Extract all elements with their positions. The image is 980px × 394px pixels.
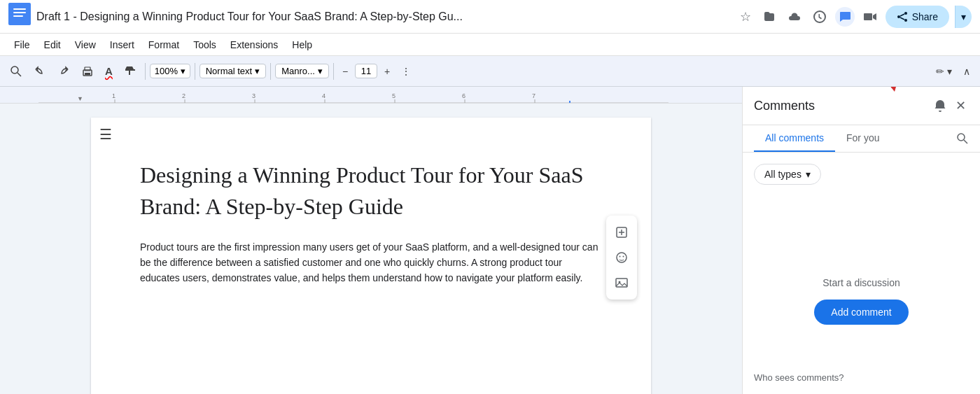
share-dropdown-button[interactable]: ▾	[955, 6, 972, 28]
font-select[interactable]: Manro... ▾	[275, 64, 329, 78]
svg-point-38	[620, 256, 621, 258]
svg-point-10	[11, 66, 18, 73]
document-body: Product tours are the first impression m…	[140, 239, 602, 286]
svg-text:1: 1	[112, 92, 115, 99]
svg-rect-14	[85, 73, 90, 75]
menu-insert[interactable]: Insert	[104, 36, 140, 53]
menu-format[interactable]: Format	[143, 36, 185, 53]
font-size-increase-button[interactable]: +	[380, 63, 394, 80]
search-toolbar-button[interactable]	[6, 62, 27, 80]
add-comment-button[interactable]: Add comment	[814, 300, 908, 325]
svg-rect-1	[13, 8, 26, 10]
notifications-button[interactable]	[930, 96, 950, 115]
all-types-dropdown[interactable]: All types ▾	[754, 164, 821, 185]
menu-view[interactable]: View	[69, 36, 102, 53]
menu-tools[interactable]: Tools	[188, 36, 222, 53]
all-types-chevron-icon: ▾	[806, 169, 811, 180]
svg-point-37	[617, 253, 626, 262]
menu-bar: File Edit View Insert Format Tools Exten…	[0, 34, 980, 56]
font-dropdown-icon: ▾	[318, 66, 323, 76]
text-style-select[interactable]: Normal text ▾	[200, 64, 266, 78]
svg-text:3: 3	[252, 92, 255, 99]
add-note-button[interactable]	[610, 221, 633, 244]
svg-text:7: 7	[532, 92, 536, 99]
svg-point-5	[904, 12, 907, 15]
toolbar: A 100% ▾ Normal text ▾ Manro... ▾ − + ⋮ …	[0, 56, 980, 87]
outline-icon[interactable]: ☰	[99, 126, 112, 143]
svg-text:6: 6	[462, 92, 465, 99]
history-button[interactable]	[810, 7, 830, 27]
start-discussion-text: Start a discussion	[822, 277, 900, 288]
collapse-toolbar-button[interactable]: ∧	[959, 63, 974, 80]
paint-format-button[interactable]	[120, 62, 141, 80]
svg-rect-0	[8, 3, 31, 25]
toolbar-separator-2	[195, 63, 195, 80]
toolbar-separator-3	[270, 63, 271, 80]
share-button[interactable]: Share	[886, 6, 949, 28]
tab-for-you[interactable]: For you	[835, 125, 890, 152]
svg-rect-15	[125, 69, 135, 71]
all-types-label: All types	[764, 169, 802, 180]
toolbar-separator-4	[333, 63, 334, 80]
doc-main: ▼ 1 2 3 4 5 6 7 ☰ Designing a Winning Pr…	[0, 87, 742, 394]
document-title: Draft 1 - Designing a Winning Product To…	[36, 10, 732, 23]
who-sees-comments: Who sees comments?	[754, 358, 844, 383]
title-bar: Draft 1 - Designing a Winning Product To…	[0, 0, 980, 34]
menu-edit[interactable]: Edit	[38, 36, 66, 53]
add-image-button[interactable]	[610, 272, 633, 294]
svg-line-11	[18, 73, 21, 76]
menu-file[interactable]: File	[8, 36, 36, 53]
ruler-svg: ▼ 1 2 3 4 5 6 7	[38, 87, 742, 104]
comments-panel: Comments ✕ All comments For you All type…	[742, 87, 980, 394]
svg-line-9	[900, 17, 904, 20]
video-call-button[interactable]	[860, 7, 880, 27]
comments-header: Comments ✕	[743, 87, 980, 125]
move-to-folder-button[interactable]	[760, 7, 779, 27]
comments-header-icons: ✕	[930, 95, 969, 116]
svg-rect-3	[13, 15, 23, 17]
add-emoji-button[interactable]	[610, 246, 633, 269]
font-size-decrease-button[interactable]: −	[338, 63, 352, 80]
doc-scroll[interactable]: ☰ Designing a Winning Product Tour for Y…	[0, 104, 742, 394]
svg-rect-40	[616, 279, 627, 287]
comments-body: All types ▾ Start a discussion Add comme…	[743, 153, 980, 394]
menu-help[interactable]: Help	[286, 36, 318, 53]
zoom-select[interactable]: 100% ▾	[150, 64, 190, 78]
toolbar-right: ✏ ▾ ∧	[932, 63, 974, 80]
ruler: ▼ 1 2 3 4 5 6 7	[0, 87, 742, 104]
undo-button[interactable]	[29, 62, 50, 80]
svg-text:▼: ▼	[77, 95, 83, 102]
more-options-button[interactable]: ⋮	[397, 63, 415, 80]
comments-tabs: All comments For you	[743, 125, 980, 153]
main-area: ▼ 1 2 3 4 5 6 7 ☰ Designing a Winning Pr…	[0, 87, 980, 394]
comments-empty-state: Start a discussion Add comment	[814, 244, 908, 358]
share-label: Share	[912, 11, 938, 22]
doc-icon	[8, 3, 31, 30]
comments-search-button[interactable]	[956, 125, 969, 152]
svg-line-44	[964, 140, 967, 143]
redo-button[interactable]	[53, 62, 74, 80]
svg-line-8	[900, 14, 904, 16]
svg-point-43	[958, 134, 965, 141]
pencil-button[interactable]: ✏ ▾	[932, 63, 956, 80]
tab-all-comments[interactable]: All comments	[754, 125, 835, 152]
menu-extensions[interactable]: Extensions	[225, 36, 284, 53]
doc-page: ☰ Designing a Winning Product Tour for Y…	[91, 118, 651, 394]
toolbar-separator-1	[145, 63, 146, 80]
title-actions: ☆ Share ▾	[737, 6, 972, 28]
svg-text:5: 5	[392, 92, 396, 99]
spellcheck-button[interactable]: A	[101, 62, 117, 80]
star-button[interactable]: ☆	[737, 6, 754, 27]
print-button[interactable]	[77, 62, 98, 80]
comments-button[interactable]	[835, 7, 855, 27]
cloud-save-button[interactable]	[785, 7, 804, 27]
svg-text:4: 4	[322, 92, 326, 99]
font-size-input[interactable]	[355, 64, 377, 78]
svg-point-6	[904, 19, 907, 22]
document-heading: Designing a Winning Product Tour for You…	[140, 160, 602, 223]
svg-point-7	[897, 15, 900, 18]
close-comments-button[interactable]: ✕	[953, 95, 969, 116]
svg-rect-2	[13, 12, 26, 13]
float-toolbar	[606, 216, 637, 300]
comments-panel-title: Comments	[754, 99, 925, 113]
